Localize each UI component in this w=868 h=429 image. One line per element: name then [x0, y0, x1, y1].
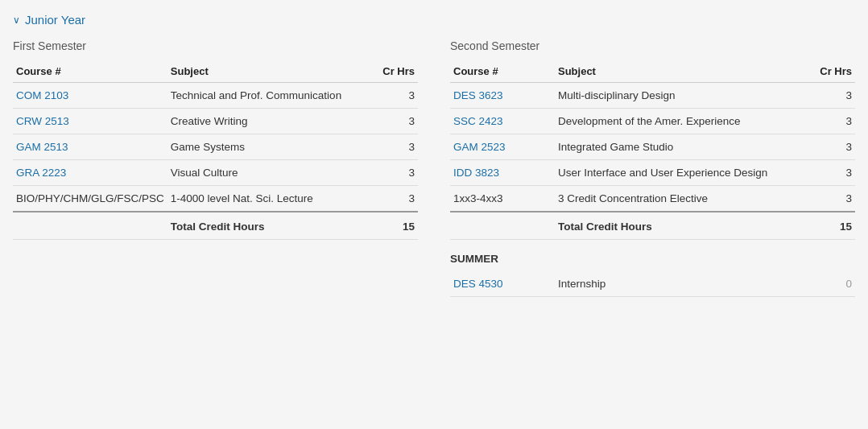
credit-hours: 0: [815, 271, 855, 297]
course-subject: Game Systems: [167, 134, 378, 160]
first-semester-body: COM 2103Technical and Prof. Communicatio…: [13, 83, 418, 240]
first-semester-table: Course # Subject Cr Hrs COM 2103Technica…: [13, 60, 418, 240]
chevron-down-icon: ∨: [13, 14, 20, 26]
course-number[interactable]: COM 2103: [13, 83, 167, 109]
second-col-subject: Subject: [555, 60, 815, 83]
first-col-course: Course #: [13, 60, 167, 83]
table-row: COM 2103Technical and Prof. Communicatio…: [13, 83, 418, 109]
credit-hours: 3: [815, 83, 855, 109]
junior-year-toggle[interactable]: ∨ Junior Year: [13, 13, 855, 27]
course-number[interactable]: GRA 2223: [13, 160, 167, 186]
second-semester-table: Course # Subject Cr Hrs DES 3623Multi-di…: [450, 60, 855, 240]
course-subject: Technical and Prof. Communication: [167, 83, 378, 109]
first-semester-title: First Semester: [13, 39, 418, 52]
first-semester-header-row: Course # Subject Cr Hrs: [13, 60, 418, 83]
course-subject: Creative Writing: [167, 109, 378, 134]
course-number[interactable]: CRW 2513: [13, 109, 167, 134]
credit-hours: 3: [378, 134, 418, 160]
summer-body: DES 4530Internship0: [450, 271, 855, 297]
course-subject: User Interface and User Experience Desig…: [555, 160, 815, 186]
course-number[interactable]: DES 4530: [450, 271, 555, 297]
course-number: BIO/PHY/CHM/GLG/FSC/PSC: [13, 186, 167, 212]
total-row: Total Credit Hours15: [13, 212, 418, 240]
course-subject: Visual Culture: [167, 160, 378, 186]
course-number[interactable]: GAM 2513: [13, 134, 167, 160]
credit-hours: 3: [378, 160, 418, 186]
table-row: IDD 3823User Interface and User Experien…: [450, 160, 855, 186]
first-col-crhrs: Cr Hrs: [378, 60, 418, 83]
second-semester: Second Semester Course # Subject Cr Hrs …: [450, 39, 855, 297]
second-semester-header-row: Course # Subject Cr Hrs: [450, 60, 855, 83]
course-subject: Integrated Game Studio: [555, 134, 815, 160]
course-number[interactable]: SSC 2423: [450, 109, 555, 134]
course-subject: Internship: [555, 271, 815, 297]
course-subject: 1-4000 level Nat. Sci. Lecture: [167, 186, 378, 212]
semesters-container: First Semester Course # Subject Cr Hrs C…: [13, 39, 855, 297]
table-row: SSC 2423Development of the Amer. Experie…: [450, 109, 855, 134]
course-subject: Multi-disciplinary Design: [555, 83, 815, 109]
total-hours: 15: [378, 212, 418, 240]
second-semester-title: Second Semester: [450, 39, 855, 52]
course-number[interactable]: DES 3623: [450, 83, 555, 109]
course-subject: 3 Credit Concentration Elective: [555, 186, 815, 212]
second-semester-body: DES 3623Multi-disciplinary Design3SSC 24…: [450, 83, 855, 240]
course-number[interactable]: GAM 2523: [450, 134, 555, 160]
total-label: Total Credit Hours: [167, 212, 378, 240]
summer-header: SUMMER: [450, 253, 855, 268]
credit-hours: 3: [815, 109, 855, 134]
junior-year-label: Junior Year: [25, 13, 85, 27]
credit-hours: 3: [378, 186, 418, 212]
table-row: DES 3623Multi-disciplinary Design3: [450, 83, 855, 109]
total-empty: [13, 212, 167, 240]
total-empty: [450, 212, 555, 240]
credit-hours: 3: [815, 160, 855, 186]
second-col-course: Course #: [450, 60, 555, 83]
total-row: Total Credit Hours15: [450, 212, 855, 240]
credit-hours: 3: [815, 186, 855, 212]
credit-hours: 3: [378, 83, 418, 109]
table-row: GAM 2523Integrated Game Studio3: [450, 134, 855, 160]
table-row: CRW 2513Creative Writing3: [13, 109, 418, 134]
table-row: BIO/PHY/CHM/GLG/FSC/PSC1-4000 level Nat.…: [13, 186, 418, 212]
table-row: DES 4530Internship0: [450, 271, 855, 297]
total-label: Total Credit Hours: [555, 212, 815, 240]
course-number: 1xx3-4xx3: [450, 186, 555, 212]
total-hours: 15: [815, 212, 855, 240]
table-row: GAM 2513Game Systems3: [13, 134, 418, 160]
table-row: 1xx3-4xx33 Credit Concentration Elective…: [450, 186, 855, 212]
first-col-subject: Subject: [167, 60, 378, 83]
course-number[interactable]: IDD 3823: [450, 160, 555, 186]
summer-table: DES 4530Internship0: [450, 271, 855, 297]
second-col-crhrs: Cr Hrs: [815, 60, 855, 83]
table-row: GRA 2223Visual Culture3: [13, 160, 418, 186]
course-subject: Development of the Amer. Experience: [555, 109, 815, 134]
first-semester: First Semester Course # Subject Cr Hrs C…: [13, 39, 418, 297]
credit-hours: 3: [378, 109, 418, 134]
credit-hours: 3: [815, 134, 855, 160]
